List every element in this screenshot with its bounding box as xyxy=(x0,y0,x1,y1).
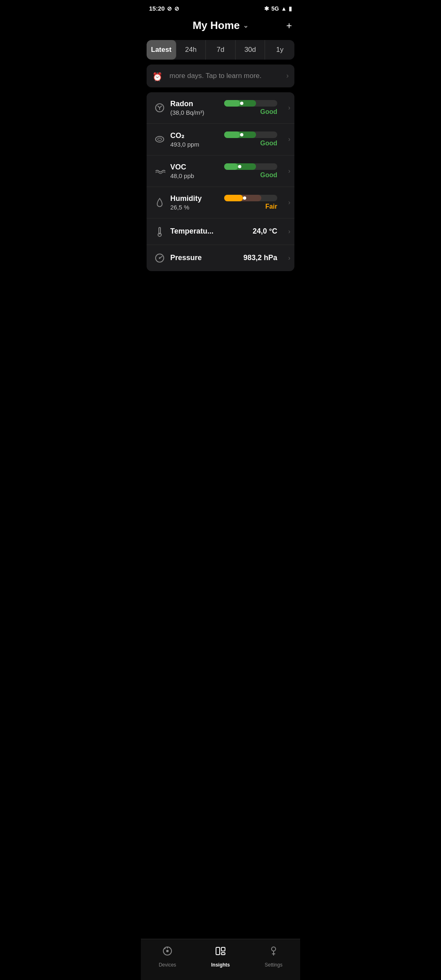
radon-value: (38,0 Bq/m³) xyxy=(170,109,224,116)
metric-row-radon[interactable]: Radon (38,0 Bq/m³) Good › xyxy=(147,92,294,124)
metric-row-pressure[interactable]: Pressure 983,2 hPa › xyxy=(147,245,294,271)
temperature-value: 24,0 °C xyxy=(253,227,277,236)
svg-point-9 xyxy=(159,257,160,259)
co2-arrow-icon: › xyxy=(288,136,290,143)
humidity-status-label: Fair xyxy=(265,203,277,210)
humidity-info: Humidity 26,5 % xyxy=(167,194,224,211)
radon-status: Good xyxy=(224,100,289,116)
humidity-bar-dot xyxy=(243,196,246,200)
add-button[interactable]: + xyxy=(286,20,292,31)
humidity-name: Humidity xyxy=(170,194,224,203)
metric-row-humidity[interactable]: Humidity 26,5 % Fair › xyxy=(147,187,294,218)
svg-point-5 xyxy=(158,138,162,140)
humidity-value: 26,5 % xyxy=(170,204,224,211)
header: My Home ⌄ + xyxy=(141,15,300,40)
radon-bar xyxy=(224,100,277,107)
pressure-value: 983,2 hPa xyxy=(243,254,277,262)
radon-info: Radon (38,0 Bq/m³) xyxy=(167,100,224,116)
temperature-name: Temperatu... xyxy=(170,227,253,236)
humidity-bar xyxy=(224,195,277,201)
time-filter-bar: Latest 24h 7d 30d 1y xyxy=(147,40,294,60)
voc-arrow-icon: › xyxy=(288,167,290,175)
battery-icon: ▮ xyxy=(289,5,292,12)
tab-1y[interactable]: 1y xyxy=(265,40,294,60)
temperature-info: Temperatu... xyxy=(167,227,253,236)
voc-value: 48,0 ppb xyxy=(170,172,224,179)
metric-row-co2[interactable]: CO₂ 493,0 ppm Good › xyxy=(147,124,294,156)
humidity-status: Fair xyxy=(224,195,289,210)
status-bar: 15:20 ⊘ ⊘ ✱ 5G ▲ ▮ xyxy=(141,0,300,15)
tab-24h[interactable]: 24h xyxy=(176,40,206,60)
humidity-icon xyxy=(152,197,167,208)
status-time: 15:20 ⊘ ⊘ xyxy=(149,5,179,12)
co2-bar xyxy=(224,131,277,138)
network-label: 5G xyxy=(271,5,279,12)
svg-point-4 xyxy=(156,136,164,142)
co2-status: Good xyxy=(224,131,289,147)
radon-status-label: Good xyxy=(260,108,277,116)
voc-bar xyxy=(224,163,277,170)
voc-name: VOC xyxy=(170,163,224,172)
chevron-down-icon: ⌄ xyxy=(243,22,248,29)
co2-status-label: Good xyxy=(260,140,277,147)
pressure-icon xyxy=(152,252,167,264)
voc-info: VOC 48,0 ppb xyxy=(167,163,224,179)
pressure-info: Pressure xyxy=(167,254,243,262)
tab-latest[interactable]: Latest xyxy=(147,40,176,60)
co2-bar-dot xyxy=(240,133,243,136)
metrics-container: Radon (38,0 Bq/m³) Good › CO₂ 493,0 ppm xyxy=(147,92,294,271)
co2-icon xyxy=(152,134,167,145)
tab-30d[interactable]: 30d xyxy=(236,40,265,60)
co2-info: CO₂ 493,0 ppm xyxy=(167,131,224,148)
co2-name: CO₂ xyxy=(170,131,224,140)
radon-icon xyxy=(152,102,167,114)
voc-status: Good xyxy=(224,163,289,179)
svg-line-2 xyxy=(160,106,162,108)
co2-value: 493,0 ppm xyxy=(170,141,224,148)
metric-row-temperature[interactable]: Temperatu... 24,0 °C › xyxy=(147,218,294,245)
pressure-name: Pressure xyxy=(170,254,243,262)
bluetooth-icon: ✱ xyxy=(264,5,269,12)
promo-arrow-icon: › xyxy=(286,71,289,81)
promo-banner[interactable]: ⏰ more days. Tap to learn more. › xyxy=(147,65,294,87)
temperature-arrow-icon: › xyxy=(288,228,290,235)
svg-line-1 xyxy=(158,106,160,108)
voc-status-label: Good xyxy=(260,172,277,179)
metric-row-voc[interactable]: VOC 48,0 ppb Good › xyxy=(147,156,294,187)
voc-bar-dot xyxy=(238,165,241,168)
status-icons: ✱ 5G ▲ ▮ xyxy=(264,5,292,12)
temperature-icon xyxy=(152,226,167,237)
temperature-value-container: 24,0 °C xyxy=(253,227,289,236)
page-title[interactable]: My Home ⌄ xyxy=(193,19,249,32)
radon-arrow-icon: › xyxy=(288,104,290,111)
tab-7d[interactable]: 7d xyxy=(206,40,236,60)
radon-bar-dot xyxy=(240,102,243,105)
radon-name: Radon xyxy=(170,100,224,108)
voc-icon xyxy=(152,165,167,177)
pressure-arrow-icon: › xyxy=(288,254,290,262)
humidity-arrow-icon: › xyxy=(288,199,290,206)
pressure-value-container: 983,2 hPa xyxy=(243,254,289,262)
signal-icon: ▲ xyxy=(281,5,287,12)
promo-icon: ⏰ xyxy=(152,71,163,82)
